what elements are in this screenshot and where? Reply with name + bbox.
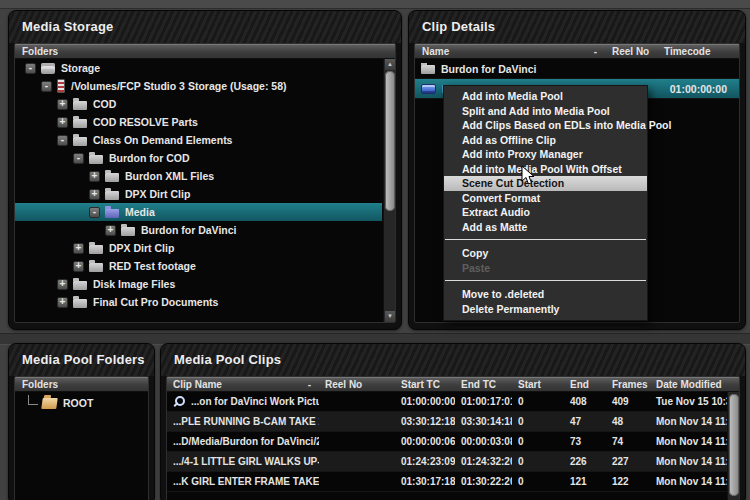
context-menu-item[interactable]: Convert Format	[444, 191, 647, 206]
scroll-down-icon[interactable]: ▼	[385, 311, 395, 322]
column-end-tc[interactable]: End TC	[455, 379, 512, 390]
folders-column-header[interactable]: Folders	[15, 377, 148, 392]
column-date-modified[interactable]: Date Modified	[650, 379, 739, 390]
tree-item[interactable]: - Class On Demand Elements	[15, 131, 382, 149]
expander-toggle[interactable]: +	[105, 225, 116, 236]
expander-toggle[interactable]: +	[57, 99, 68, 110]
folder-icon	[73, 119, 87, 128]
context-menu-item[interactable]: Add Clips Based on EDLs into Media Pool	[444, 118, 647, 133]
context-menu-item[interactable]: Delete Permanently	[444, 302, 647, 317]
column-clip-name[interactable]: Clip Name -	[167, 379, 319, 390]
context-menu-item[interactable]: Add as Matte	[444, 220, 647, 235]
media-storage-panel: Media Storage Folders - Storage - /Volum…	[8, 10, 402, 330]
column-end[interactable]: End	[564, 379, 606, 390]
tree-item[interactable]: + DPX Dirt Clip	[15, 185, 382, 203]
scroll-up-icon[interactable]: ▲	[385, 59, 395, 70]
tree-item[interactable]: - Storage	[15, 59, 382, 77]
context-menu-item[interactable]: Add into Proxy Manager	[444, 147, 647, 162]
expander-toggle[interactable]: -	[41, 81, 52, 92]
expander-toggle[interactable]: +	[57, 279, 68, 290]
folder-icon	[89, 263, 103, 272]
folder-icon	[73, 299, 87, 308]
tree-item-label: Final Cut Pro Documents	[93, 296, 218, 308]
tree-item[interactable]: + Burdon XML Files	[15, 167, 382, 185]
media-storage-scrollbar[interactable]: ▲ ▼	[383, 59, 395, 322]
media-storage-tree: - Storage - /Volumes/FCP Studio 3 Storag…	[15, 59, 382, 322]
tree-item[interactable]: - Burdon for COD	[15, 149, 382, 167]
tree-item[interactable]: + RED Test footage	[15, 257, 382, 275]
expander-toggle[interactable]: -	[73, 153, 84, 164]
clip-frames: 48	[606, 416, 650, 427]
column-timecode[interactable]: Timecode	[657, 46, 739, 57]
media-pool-clips-scrollbar[interactable]	[727, 392, 739, 500]
clip-row[interactable]: .../4-1 LITTLE GIRL WALKS UP--v.mov 01:2…	[167, 452, 739, 472]
clip-start-tc: 01:24:23:09	[395, 456, 455, 467]
folder-icon	[73, 101, 87, 110]
clip-details-column-header: Name - Reel No Timecode	[415, 44, 739, 59]
context-menu-item[interactable]: Scene Cut Detection	[444, 176, 647, 191]
expander-toggle[interactable]: +	[73, 243, 84, 254]
tree-item[interactable]: + DPX Dirt Clip	[15, 239, 382, 257]
clip-name: ...PLE RUNNING B-CAM TAKE 1 2.mov	[173, 416, 319, 427]
scroll-thumb[interactable]	[385, 71, 395, 211]
folder-icon	[105, 191, 119, 200]
menu-separator	[445, 280, 646, 281]
context-menu-item[interactable]: Copy	[444, 246, 647, 261]
expander-toggle[interactable]: -	[25, 63, 36, 74]
column-reel-no[interactable]: Reel No	[605, 46, 657, 57]
context-menu-item[interactable]: Extract Audio	[444, 205, 647, 220]
expander-toggle[interactable]: +	[57, 297, 68, 308]
expander-toggle[interactable]: +	[89, 189, 100, 200]
clip-name: ...D/Media/Burdon for DaVinci/22V.mov	[173, 436, 319, 447]
media-pool-folder-list: ROOT	[15, 392, 148, 414]
clip-start-tc: 00:00:00:06	[395, 436, 455, 447]
context-menu-item[interactable]: Split and Add into Media Pool	[444, 104, 647, 119]
column-name[interactable]: Name -	[415, 46, 605, 57]
tree-item-label: Media	[125, 206, 155, 218]
folder-icon	[421, 65, 435, 74]
context-menu-item[interactable]: Add as Offline Clip	[444, 133, 647, 148]
column-frames[interactable]: Frames	[606, 379, 650, 390]
tree-item[interactable]: - Media	[15, 203, 382, 221]
context-menu-item[interactable]: Add into Media Pool With Offset	[444, 162, 647, 177]
tree-item[interactable]: + COD	[15, 95, 382, 113]
media-pool-clips-panel: Media Pool Clips Clip Name - Reel No Sta…	[160, 343, 746, 500]
context-menu-item[interactable]: Add into Media Pool	[444, 89, 647, 104]
tree-item-label: COD	[93, 98, 116, 110]
expander-toggle[interactable]: +	[73, 261, 84, 272]
tree-item[interactable]: + Final Cut Pro Documents	[15, 293, 382, 311]
folders-column-header[interactable]: Folders	[15, 44, 395, 59]
clip-end-tc: 01:24:32:20	[455, 456, 512, 467]
media-pool-folders-panel: Media Pool Folders Folders ROOT	[8, 343, 155, 500]
tree-item[interactable]: + Burdon for DaVinci	[15, 221, 382, 239]
clip-row[interactable]: Burdon for DaVinci	[415, 59, 739, 79]
tree-item-label: Disk Image Files	[93, 278, 175, 290]
clip-row[interactable]: ...D/Media/Burdon for DaVinci/22V.mov 00…	[167, 432, 739, 452]
folder-icon	[105, 173, 119, 182]
clip-row[interactable]: ...K GIRL ENTER FRAME TAKE 1-v.mov 01:30…	[167, 472, 739, 492]
column-reel-no[interactable]: Reel No	[319, 379, 395, 390]
context-menu-item[interactable]: Paste	[444, 261, 647, 276]
tree-item[interactable]: + Disk Image Files	[15, 275, 382, 293]
tree-item[interactable]: + COD RESOLVE Parts	[15, 113, 382, 131]
expander-toggle[interactable]: -	[57, 135, 68, 146]
context-menu-item[interactable]: Move to .deleted	[444, 287, 647, 302]
top-strip	[0, 0, 750, 9]
folder-icon	[73, 281, 87, 290]
clip-name: Burdon for DaVinci	[441, 63, 536, 75]
folder-icon	[89, 155, 103, 164]
clip-end: 47	[564, 416, 606, 427]
clip-row[interactable]: ...on for DaVinci Work Picture.mov 01:00…	[167, 392, 739, 412]
folder-item[interactable]: ROOT	[15, 392, 148, 414]
scroll-thumb[interactable]	[729, 394, 739, 496]
column-start-tc[interactable]: Start TC	[395, 379, 455, 390]
clip-date-modified: Mon Nov 14 11:15:56	[650, 416, 739, 427]
tree-item[interactable]: - /Volumes/FCP Studio 3 Storage (Usage: …	[15, 77, 382, 95]
column-start[interactable]: Start	[512, 379, 564, 390]
expander-toggle[interactable]: -	[89, 207, 100, 218]
sort-indicator: -	[594, 46, 605, 57]
clip-row[interactable]: ...PLE RUNNING B-CAM TAKE 1 2.mov 03:30:…	[167, 412, 739, 432]
expander-toggle[interactable]: +	[57, 117, 68, 128]
clip-start: 0	[512, 436, 564, 447]
expander-toggle[interactable]: +	[89, 171, 100, 182]
